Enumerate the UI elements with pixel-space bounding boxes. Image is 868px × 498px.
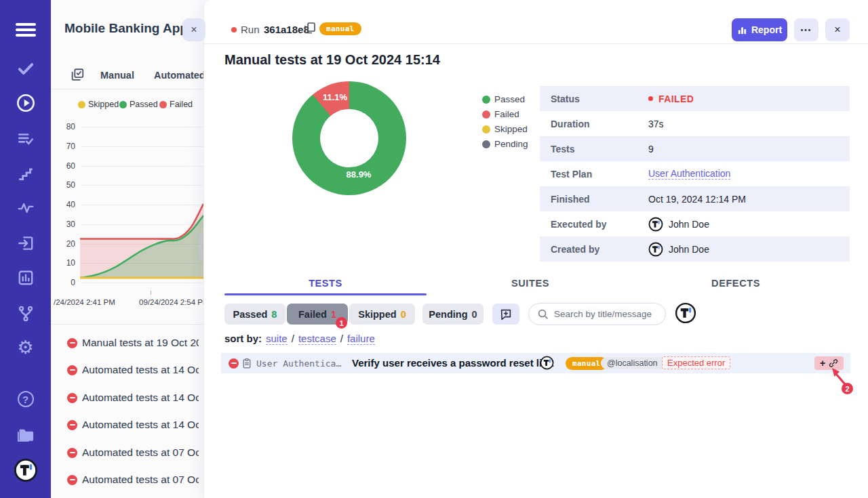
help-icon[interactable]: ? — [18, 391, 34, 407]
run-type-badge: manual — [319, 22, 361, 35]
info-row-status: Status FAILED — [540, 86, 850, 111]
failed-status-icon — [67, 475, 77, 485]
failed-status-icon — [67, 448, 77, 458]
filter-passed-button[interactable]: Passed8 — [224, 304, 285, 325]
analytics-icon[interactable] — [17, 269, 35, 287]
test-tag[interactable]: @localisation — [601, 357, 664, 369]
donut-failed-label: 11.1% — [318, 92, 352, 102]
failed-status-icon — [67, 338, 77, 348]
filter-skipped-button[interactable]: Skipped0 — [349, 304, 415, 325]
run-list-item[interactable]: Automated tests at 14 Oct 2024 — [51, 415, 203, 434]
x-tick — [151, 291, 151, 295]
test-list-icon[interactable] — [17, 130, 35, 148]
filter-pending-button[interactable]: Pending0 — [422, 304, 484, 325]
run-list-item[interactable]: Automated tests at 07 Oct 2024 — [51, 470, 203, 489]
app-logo[interactable] — [14, 458, 38, 482]
divider — [51, 324, 203, 325]
failed-dot — [648, 96, 653, 101]
donut-legend-passed: Passed — [482, 94, 525, 104]
add-defect-button[interactable]: + — [820, 358, 825, 368]
test-plan-link[interactable]: User Authentication — [648, 168, 730, 180]
passed-dot — [119, 101, 127, 108]
info-row-test-plan: Test Plan User Authentication — [540, 161, 850, 186]
sort-by-failure[interactable]: failure — [347, 333, 375, 345]
menu-icon[interactable] — [16, 20, 36, 39]
close-run-button[interactable]: × — [825, 18, 850, 41]
runs-play-icon[interactable] — [16, 94, 35, 112]
tab-suites[interactable]: SUITES — [427, 278, 634, 289]
trend-legend-failed: Failed — [159, 100, 193, 109]
search-input[interactable] — [554, 309, 656, 319]
annotation-step-1: 1 — [336, 317, 347, 329]
report-button[interactable]: Report — [732, 18, 787, 41]
search-icon — [537, 308, 549, 320]
test-result-row[interactable]: User Authentica… Verify user receives a … — [221, 353, 850, 373]
run-list-item[interactable]: Automated tests at 07 Oct 2024 — [51, 443, 203, 462]
info-row-executed-by: Executed by John Doe — [540, 211, 850, 236]
bar-chart-icon — [737, 25, 747, 35]
info-row-created-by: Created by John Doe — [540, 236, 850, 262]
run-info-table: Status FAILED Duration 37s Tests 9 Test … — [540, 86, 850, 262]
clipboard-icon — [241, 358, 252, 369]
run-list-item[interactable]: Automated tests at 14 Oct 2024 — [51, 360, 203, 379]
failed-dot — [159, 101, 167, 108]
run-label: Run — [241, 24, 260, 35]
project-panel: Mobile Banking App Manual Automated Skip… — [51, 0, 203, 498]
nav-sidebar: ⚙ ? — [0, 0, 51, 498]
info-row-finished: Finished Oct 19, 2024 12:14 PM — [540, 186, 850, 211]
divider — [204, 43, 868, 44]
failed-status-icon — [67, 365, 77, 375]
run-list-item[interactable]: Automated tests at 14 Oct 2024 — [51, 388, 203, 407]
tab-automated[interactable]: Automated — [154, 70, 203, 81]
info-row-duration: Duration 37s — [540, 111, 850, 136]
active-tab-underline — [224, 293, 427, 295]
run-title: Manual tests at 19 Oct 2024 15:14 — [224, 52, 440, 68]
trend-legend-passed: Passed — [119, 100, 158, 109]
tab-manual[interactable]: Manual — [100, 70, 134, 81]
comment-button[interactable] — [492, 304, 519, 325]
select-runs-icon[interactable] — [70, 67, 85, 82]
search-box — [528, 303, 666, 325]
branch-icon[interactable] — [17, 305, 35, 323]
scrollbar-thumb[interactable] — [199, 234, 202, 260]
suite-name[interactable]: User Authentica… — [256, 358, 347, 369]
donut-legend-pending: Pending — [482, 139, 528, 149]
message-plus-icon — [499, 308, 513, 321]
steps-icon[interactable] — [17, 165, 35, 183]
sort-by-suite[interactable]: suite — [266, 333, 288, 345]
info-row-tests: Tests 9 — [540, 136, 850, 161]
failed-status-icon — [67, 420, 77, 430]
runs-trend-chart — [80, 123, 203, 280]
donut-hole — [320, 109, 378, 167]
failed-status-icon — [229, 358, 239, 369]
project-title: Mobile Banking App — [64, 21, 188, 36]
donut-legend-failed: Failed — [482, 109, 519, 119]
donut-passed-label: 88.9% — [342, 169, 376, 180]
import-icon[interactable] — [17, 234, 35, 252]
copy-run-id-button[interactable] — [303, 21, 317, 35]
failed-status-icon — [67, 393, 77, 403]
x-tick-label: 09/24/2024 2:54 PM — [139, 298, 203, 306]
projects-folder-icon[interactable] — [16, 426, 35, 444]
sort-by-testcase[interactable]: testcase — [298, 333, 336, 345]
panel-close-button[interactable]: × — [182, 18, 205, 41]
assignee-avatar-button[interactable] — [675, 302, 696, 324]
x-tick-label: /24/2024 2:41 PM — [54, 298, 115, 306]
sort-row: sort by: suite / testcase / failure — [224, 333, 375, 345]
run-list-item[interactable]: Manual tests at 19 Oct 2024 — [51, 333, 203, 352]
tab-defects[interactable]: DEFECTS — [634, 278, 837, 289]
expected-error-badge[interactable]: Expected error — [662, 356, 730, 369]
tests-check-icon[interactable] — [17, 60, 35, 77]
tab-tests[interactable]: TESTS — [224, 278, 427, 289]
user-avatar — [648, 242, 663, 257]
skipped-dot — [78, 101, 85, 108]
donut-legend-skipped: Skipped — [482, 124, 528, 134]
more-actions-button[interactable]: ••• — [794, 18, 818, 41]
divider — [51, 89, 203, 89]
run-status-dot — [231, 27, 237, 33]
settings-gear-icon[interactable]: ⚙ — [17, 339, 33, 357]
test-title[interactable]: Verify user receives a password reset li… — [352, 357, 554, 369]
user-avatar — [648, 217, 663, 232]
run-id: 361a18e8 — [264, 24, 309, 35]
pulse-icon[interactable] — [17, 199, 35, 217]
